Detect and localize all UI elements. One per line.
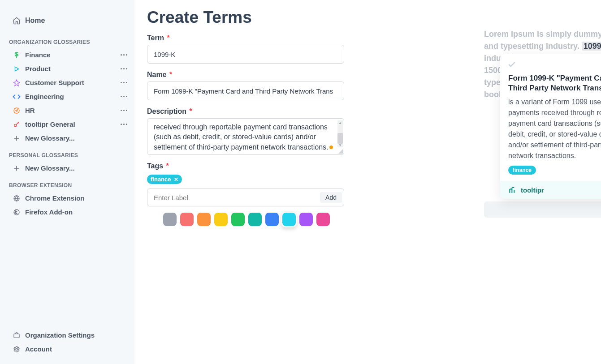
sidebar-item-label: Firefox Add-on bbox=[25, 208, 73, 216]
sidebar-item-hr[interactable]: HR ··· bbox=[8, 103, 130, 117]
sidebar-item-label: New Glossary... bbox=[25, 164, 75, 172]
tag-input[interactable] bbox=[149, 194, 320, 201]
name-input[interactable] bbox=[147, 81, 344, 100]
sidebar-item-label: Engineering bbox=[25, 93, 64, 100]
sidebar: Home ORGANIZATION GLOSSARIES Finance ···… bbox=[0, 0, 134, 364]
term-input[interactable] bbox=[147, 45, 344, 64]
sidebar-item-label: Organization Settings bbox=[25, 331, 95, 339]
description-textarea[interactable]: received through reportable payment card… bbox=[147, 118, 344, 155]
plus-icon bbox=[12, 165, 22, 172]
color-swatch[interactable] bbox=[180, 213, 194, 226]
color-swatch[interactable] bbox=[163, 213, 177, 226]
scroll-thumb[interactable] bbox=[337, 133, 343, 144]
more-icon[interactable]: ··· bbox=[120, 65, 128, 73]
svg-point-0 bbox=[14, 108, 19, 113]
globe-icon bbox=[12, 195, 22, 202]
color-swatch[interactable] bbox=[299, 213, 313, 226]
tag-remove-icon[interactable]: ✕ bbox=[174, 176, 178, 183]
section-org-glossaries: ORGANIZATION GLOSSARIES bbox=[8, 32, 130, 48]
label-tags: Tags * bbox=[147, 162, 344, 170]
sidebar-home-label: Home bbox=[25, 17, 45, 25]
add-tag-button[interactable]: Add bbox=[320, 192, 342, 203]
svg-point-5 bbox=[16, 348, 17, 350]
sidebar-item-label: Customer Support bbox=[25, 79, 84, 86]
sidebar-item-label: Chrome Extension bbox=[25, 194, 85, 202]
sidebar-item-finance[interactable]: Finance ··· bbox=[8, 48, 130, 62]
tooltip-brand: tooltipr bbox=[521, 186, 544, 194]
status-dot-icon bbox=[329, 146, 333, 149]
tooltipr-logo-icon bbox=[508, 185, 517, 194]
sidebar-home[interactable]: Home bbox=[8, 13, 130, 27]
briefcase-icon bbox=[12, 332, 22, 339]
svg-rect-4 bbox=[14, 334, 19, 338]
color-palette bbox=[147, 213, 344, 226]
color-swatch[interactable] bbox=[265, 213, 279, 226]
sidebar-item-label: Account bbox=[25, 345, 52, 353]
section-personal-glossaries: PERSONAL GLOSSARIES bbox=[8, 145, 130, 161]
tooltip-tag: finance bbox=[508, 166, 536, 175]
plus-icon bbox=[12, 135, 22, 142]
check-icon[interactable] bbox=[507, 60, 516, 69]
home-icon bbox=[12, 17, 22, 25]
main-content: Create Terms Term * Name * Description *… bbox=[134, 0, 601, 364]
section-browser-extension: BROWSER EXTENSION bbox=[8, 175, 130, 191]
sidebar-new-glossary-org[interactable]: New Glossary... bbox=[8, 131, 130, 145]
more-icon[interactable]: ··· bbox=[120, 107, 128, 115]
more-icon[interactable]: ··· bbox=[120, 120, 128, 128]
sidebar-new-glossary-personal[interactable]: New Glossary... bbox=[8, 161, 130, 175]
compass-icon bbox=[12, 107, 22, 114]
dollar-icon bbox=[12, 51, 22, 59]
color-swatch[interactable] bbox=[231, 213, 245, 226]
label-name: Name * bbox=[147, 71, 344, 79]
sidebar-chrome-extension[interactable]: Chrome Extension bbox=[8, 191, 130, 205]
tooltip-title: Form 1099-K "Payment Card and Third Part… bbox=[508, 73, 601, 93]
sidebar-item-engineering[interactable]: Engineering ··· bbox=[8, 90, 130, 103]
sidebar-item-label: tooltipr General bbox=[25, 120, 75, 128]
sidebar-firefox-addon[interactable]: Firefox Add-on bbox=[8, 205, 130, 219]
preview-backdrop bbox=[484, 201, 601, 218]
play-icon bbox=[12, 66, 22, 72]
label-term: Term * bbox=[147, 34, 344, 42]
create-term-form: Term * Name * Description * received thr… bbox=[147, 34, 344, 226]
color-swatch[interactable] bbox=[316, 213, 330, 226]
sidebar-item-product[interactable]: Product ··· bbox=[8, 62, 130, 76]
scroll-up-icon[interactable]: ▲ bbox=[338, 120, 342, 125]
code-icon bbox=[12, 93, 22, 101]
tag-chip-label: finance bbox=[151, 176, 171, 183]
tag-input-row: Add bbox=[147, 188, 344, 206]
more-icon[interactable]: ··· bbox=[120, 51, 128, 59]
tag-chip: finance ✕ bbox=[147, 175, 182, 184]
sidebar-item-label: HR bbox=[25, 107, 35, 114]
sidebar-item-label: Product bbox=[25, 65, 51, 73]
tooltip-card: Form 1099-K "Payment Card and Third Part… bbox=[500, 54, 601, 199]
star-icon bbox=[12, 79, 22, 86]
resize-handle-icon[interactable] bbox=[337, 148, 343, 154]
sidebar-account[interactable]: Account bbox=[8, 342, 130, 356]
sidebar-item-label: New Glossary... bbox=[25, 134, 75, 142]
description-text: received through reportable payment card… bbox=[154, 122, 337, 151]
color-swatch[interactable] bbox=[248, 213, 262, 226]
sidebar-item-tooltipr-general[interactable]: tooltipr General ··· bbox=[8, 117, 130, 131]
gear-icon bbox=[12, 346, 22, 353]
more-icon[interactable]: ··· bbox=[120, 93, 128, 101]
svg-point-1 bbox=[14, 124, 17, 126]
sidebar-item-label: Finance bbox=[25, 51, 51, 59]
label-description: Description * bbox=[147, 107, 344, 116]
preview-highlight: 1099-K bbox=[582, 42, 601, 51]
tooltip-footer[interactable]: tooltipr bbox=[500, 181, 601, 199]
key-icon bbox=[12, 121, 22, 128]
color-swatch[interactable] bbox=[197, 213, 211, 226]
tooltip-description: is a variant of Form 1099 used to report… bbox=[508, 97, 601, 161]
sidebar-item-customer-support[interactable]: Customer Support ··· bbox=[8, 76, 130, 90]
sidebar-org-settings[interactable]: Organization Settings bbox=[8, 328, 130, 342]
color-swatch[interactable] bbox=[282, 213, 296, 226]
more-icon[interactable]: ··· bbox=[120, 79, 128, 87]
page-title: Create Terms bbox=[147, 8, 588, 27]
firefox-icon bbox=[12, 209, 22, 216]
color-swatch[interactable] bbox=[214, 213, 228, 226]
